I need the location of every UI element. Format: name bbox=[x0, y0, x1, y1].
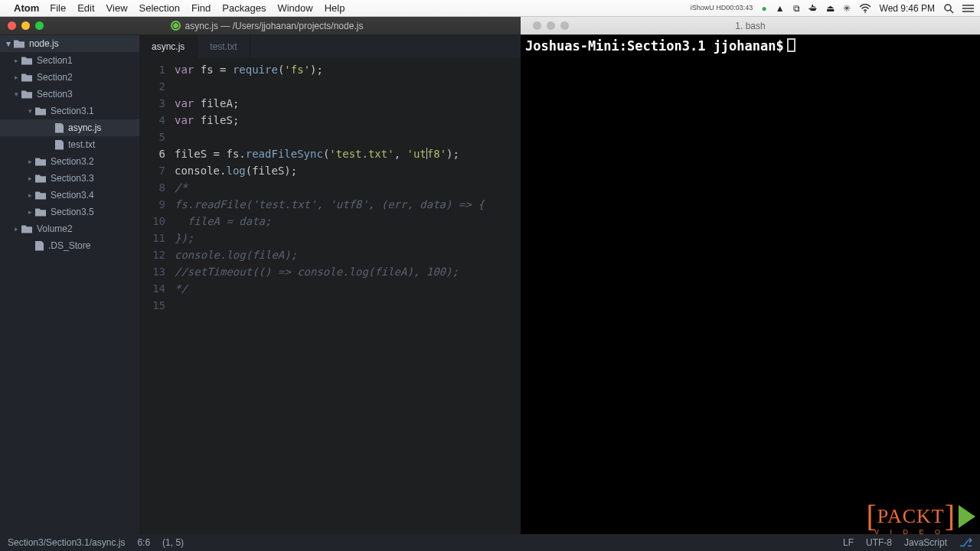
folder-icon bbox=[21, 73, 32, 82]
app-name[interactable]: Atom bbox=[14, 2, 39, 14]
close-button[interactable] bbox=[8, 21, 16, 30]
menu-view[interactable]: View bbox=[106, 2, 128, 14]
tree-item-section3-3[interactable]: ▸Section3.3 bbox=[0, 170, 139, 187]
tree-item-async-js[interactable]: async.js bbox=[0, 119, 139, 136]
code-area[interactable]: var fs = require('fs'); var fileA;var fi… bbox=[175, 58, 521, 534]
folder-icon bbox=[21, 225, 32, 233]
tree-item-section1[interactable]: ▸Section1 bbox=[0, 52, 139, 69]
code-line[interactable]: fileS = fs.readFileSync('test.txt', 'utf… bbox=[175, 145, 521, 162]
play-icon bbox=[959, 505, 975, 528]
code-line[interactable]: fileA = data; bbox=[175, 213, 521, 230]
code-line[interactable]: //setTimeout(() => console.log(fileA), 1… bbox=[175, 263, 521, 280]
gdrive-icon[interactable]: ▲ bbox=[776, 3, 785, 14]
minimize-button[interactable] bbox=[21, 21, 30, 30]
menu-selection[interactable]: Selection bbox=[139, 2, 180, 14]
status-cursor-pos[interactable]: 6:6 bbox=[137, 537, 150, 548]
wifi-icon[interactable] bbox=[859, 4, 871, 13]
line-number[interactable]: 8 bbox=[139, 179, 165, 196]
tab-async-js[interactable]: async.js bbox=[139, 35, 198, 58]
editor: async.jstest.txt 123456789101112131415 v… bbox=[139, 35, 521, 534]
line-number[interactable]: 15 bbox=[139, 297, 165, 314]
menu-edit[interactable]: Edit bbox=[77, 2, 94, 14]
code-line[interactable]: */ bbox=[175, 280, 521, 297]
status-language[interactable]: JavaScript bbox=[904, 537, 947, 548]
line-number[interactable]: 5 bbox=[139, 129, 165, 145]
atom-app-icon bbox=[171, 21, 181, 31]
folder-icon bbox=[35, 208, 46, 217]
line-gutter[interactable]: 123456789101112131415 bbox=[139, 58, 175, 534]
code-line[interactable] bbox=[175, 297, 521, 314]
zoom-button[interactable] bbox=[35, 21, 44, 30]
spotlight-icon[interactable] bbox=[943, 3, 954, 14]
mac-menubar: Atom FileEditViewSelectionFindPackagesWi… bbox=[0, 0, 980, 17]
term-close-button[interactable] bbox=[533, 21, 541, 30]
terminal[interactable]: Joshuas-Mini:Section3.1 jjohanan$ bbox=[521, 35, 980, 534]
file-icon bbox=[35, 241, 44, 251]
dropbox-icon[interactable]: ⧉ bbox=[793, 3, 800, 14]
term-minimize-button[interactable] bbox=[547, 21, 555, 30]
line-number[interactable]: 1 bbox=[139, 61, 165, 78]
menu-help[interactable]: Help bbox=[325, 2, 345, 14]
code-line[interactable]: fs.readFile('test.txt', 'utf8', (err, da… bbox=[175, 196, 521, 213]
line-number[interactable]: 14 bbox=[139, 280, 165, 297]
status-eol[interactable]: LF bbox=[843, 537, 854, 548]
file-tree[interactable]: ▾node.js ▸Section1▸Section2▾Section3▾Sec… bbox=[0, 35, 139, 534]
tab-test-txt[interactable]: test.txt bbox=[198, 35, 250, 58]
tree-item-section2[interactable]: ▸Section2 bbox=[0, 69, 139, 86]
status-selection: (1, 5) bbox=[162, 537, 184, 548]
line-number[interactable]: 2 bbox=[139, 78, 165, 95]
file-icon bbox=[55, 140, 64, 150]
code-line[interactable]: /* bbox=[175, 179, 521, 196]
tree-item--ds_store[interactable]: .DS_Store bbox=[0, 237, 139, 254]
project-root[interactable]: ▾node.js bbox=[0, 35, 139, 52]
tree-item-section3[interactable]: ▾Section3 bbox=[0, 86, 139, 103]
tree-item-test-txt[interactable]: test.txt bbox=[0, 136, 139, 153]
code-line[interactable]: var fileA; bbox=[175, 95, 521, 112]
packt-watermark: [PACKT] V I D E O bbox=[866, 498, 975, 534]
code-line[interactable] bbox=[175, 78, 521, 95]
eject-icon[interactable]: ⏏ bbox=[826, 3, 835, 14]
svg-line-2 bbox=[950, 10, 953, 13]
line-number[interactable]: 4 bbox=[139, 112, 165, 129]
tree-item-section3-2[interactable]: ▸Section3.2 bbox=[0, 153, 139, 170]
svg-point-0 bbox=[864, 11, 866, 12]
clock[interactable]: Wed 9:46 PM bbox=[880, 3, 935, 14]
status-path[interactable]: Section3/Section3.1/async.js bbox=[8, 537, 125, 548]
terminal-cursor bbox=[787, 38, 795, 52]
svg-point-1 bbox=[945, 5, 951, 11]
line-number[interactable]: 7 bbox=[139, 162, 165, 179]
menu-packages[interactable]: Packages bbox=[222, 2, 266, 14]
menu-icon[interactable] bbox=[962, 4, 974, 13]
line-number[interactable]: 3 bbox=[139, 95, 165, 112]
term-zoom-button[interactable] bbox=[560, 21, 569, 30]
docker-icon[interactable]: ⛴ bbox=[808, 3, 818, 14]
terminal-title: 1. bash bbox=[735, 21, 765, 31]
line-number[interactable]: 9 bbox=[139, 196, 165, 213]
tree-item-section3-5[interactable]: ▸Section3.5 bbox=[0, 204, 139, 220]
code-line[interactable]: var fileS; bbox=[175, 112, 521, 129]
atom-titlebar: async.js — /Users/jjohanan/projects/node… bbox=[0, 17, 521, 35]
bluetooth-icon[interactable]: ✳ bbox=[843, 3, 851, 14]
line-number[interactable]: 6 bbox=[139, 145, 165, 162]
folder-icon bbox=[35, 174, 46, 183]
github-icon[interactable]: ⎇ bbox=[959, 536, 972, 549]
tree-item-volume2[interactable]: ▸Volume2 bbox=[0, 220, 139, 237]
line-number[interactable]: 11 bbox=[139, 230, 165, 246]
menu-file[interactable]: File bbox=[50, 2, 66, 14]
terminal-prompt: Joshuas-Mini:Section3.1 jjohanan$ bbox=[525, 38, 784, 54]
code-line[interactable]: var fs = require('fs'); bbox=[175, 61, 521, 78]
code-line[interactable] bbox=[175, 129, 521, 145]
line-number[interactable]: 10 bbox=[139, 213, 165, 230]
folder-icon bbox=[21, 57, 32, 65]
tab-bar: async.jstest.txt bbox=[139, 35, 521, 58]
menu-window[interactable]: Window bbox=[277, 2, 312, 14]
line-number[interactable]: 12 bbox=[139, 246, 165, 263]
tree-item-section3-4[interactable]: ▸Section3.4 bbox=[0, 187, 139, 204]
status-encoding[interactable]: UTF-8 bbox=[866, 537, 892, 548]
line-number[interactable]: 13 bbox=[139, 263, 165, 280]
code-line[interactable]: console.log(fileA); bbox=[175, 246, 521, 263]
code-line[interactable]: console.log(fileS); bbox=[175, 162, 521, 179]
tree-item-section3-1[interactable]: ▾Section3.1 bbox=[0, 103, 139, 119]
menu-find[interactable]: Find bbox=[191, 2, 211, 14]
code-line[interactable]: }); bbox=[175, 230, 521, 246]
